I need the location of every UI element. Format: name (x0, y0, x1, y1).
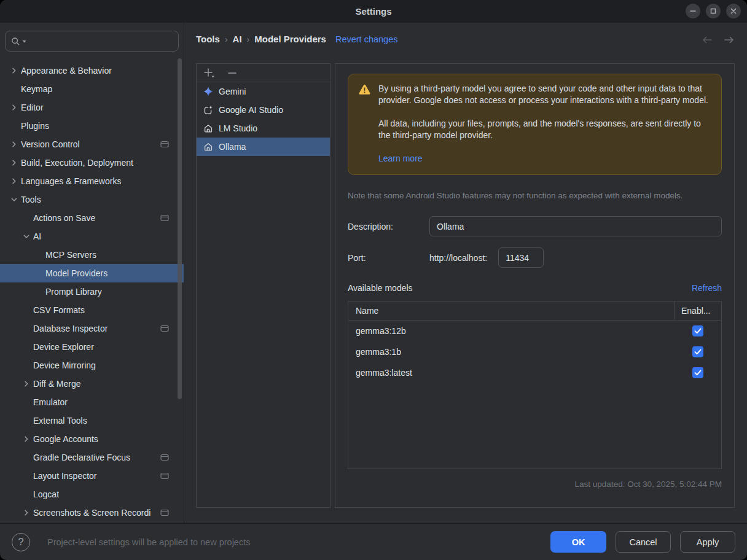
per-project-icon (160, 454, 169, 461)
add-provider-button[interactable] (203, 68, 216, 79)
chevron-right-icon[interactable] (7, 103, 21, 112)
sidebar-item-gradle-declarative-focus[interactable]: Gradle Declarative Focus (0, 448, 184, 467)
sidebar-item-label: Keymap (21, 84, 52, 94)
sidebar-item-ai[interactable]: AI (0, 227, 184, 246)
sidebar-item-mcp-servers[interactable]: MCP Servers (0, 246, 184, 264)
maximize-icon (710, 7, 717, 15)
sidebar-item-layout-inspector[interactable]: Layout Inspector (0, 467, 184, 485)
chevron-right-icon[interactable] (20, 434, 33, 444)
warning-paragraph-2: All data, including your files, prompts,… (378, 118, 711, 141)
settings-search-box[interactable] (5, 31, 179, 52)
provider-item-lm-studio[interactable]: LM Studio (197, 119, 330, 138)
settings-sidebar: Appearance & BehaviorKeymapEditorPlugins… (0, 23, 184, 523)
sidebar-item-label: Editor (21, 103, 44, 112)
port-label: Port: (348, 253, 429, 263)
chevron-right-icon[interactable] (7, 139, 21, 149)
sidebar-item-keymap[interactable]: Keymap (0, 80, 184, 98)
sidebar-item-languages-frameworks[interactable]: Languages & Frameworks (0, 172, 184, 190)
provider-item-gemini[interactable]: Gemini (197, 82, 330, 101)
sidebar-item-label: Database Inspector (33, 324, 108, 333)
maximize-button[interactable] (706, 4, 721, 18)
sidebar-item-build-execution-deployment[interactable]: Build, Execution, Deployment (0, 154, 184, 172)
gemini-icon (203, 87, 213, 96)
sidebar-item-appearance-behavior[interactable]: Appearance & Behavior (0, 61, 184, 80)
description-input[interactable] (429, 216, 722, 236)
sidebar-item-label: Screenshots & Screen Recordi (33, 508, 151, 518)
sidebar-item-editor[interactable]: Editor (0, 98, 184, 117)
breadcrumb-separator-icon: › (220, 34, 233, 44)
enabled-checkbox-checked[interactable] (692, 325, 703, 336)
column-header-name[interactable]: Name (348, 301, 675, 320)
sidebar-item-screenshots-screen-recordi[interactable]: Screenshots & Screen Recordi (0, 504, 184, 522)
sidebar-item-emulator[interactable]: Emulator (0, 393, 184, 411)
sidebar-scrollbar[interactable] (178, 58, 182, 399)
sidebar-item-label: Emulator (33, 397, 68, 407)
sidebar-item-version-control[interactable]: Version Control (0, 135, 184, 154)
settings-tree: Appearance & BehaviorKeymapEditorPlugins… (0, 61, 184, 523)
sidebar-item-label: Google Accounts (33, 434, 98, 444)
sidebar-item-diff-merge[interactable]: Diff & Merge (0, 375, 184, 393)
settings-window: Settings Appearance & BehaviorKeymapEdit… (0, 0, 747, 560)
sidebar-item-device-explorer[interactable]: Device Explorer (0, 338, 184, 356)
sidebar-item-device-mirroring[interactable]: Device Mirroring (0, 356, 184, 375)
column-header-enabled[interactable]: Enabl... (675, 301, 721, 320)
project-level-hint: Project-level settings will be applied t… (47, 537, 541, 547)
help-button[interactable]: ? (12, 533, 30, 551)
refresh-link[interactable]: Refresh (692, 283, 722, 293)
breadcrumb-ai[interactable]: AI (233, 34, 242, 44)
chevron-down-icon[interactable] (7, 195, 21, 204)
per-project-icon (160, 141, 169, 148)
sidebar-item-google-accounts[interactable]: Google Accounts (0, 430, 184, 448)
breadcrumb: Tools › AI › Model Providers Revert chan… (196, 34, 398, 44)
provider-item-ollama[interactable]: Ollama (197, 138, 330, 156)
sidebar-item-label: Prompt Library (45, 287, 102, 297)
external-models-note: Note that some Android Studio features m… (348, 191, 722, 200)
sidebar-item-label: Plugins (21, 121, 49, 131)
chevron-right-icon[interactable] (20, 508, 33, 518)
enabled-checkbox-checked[interactable] (692, 367, 703, 378)
provider-item-google-ai-studio[interactable]: Google AI Studio (197, 101, 330, 119)
search-input[interactable] (28, 36, 173, 46)
sidebar-item-prompt-library[interactable]: Prompt Library (0, 282, 184, 301)
remove-provider-button[interactable] (227, 68, 237, 78)
sidebar-item-csv-formats[interactable]: CSV Formats (0, 301, 184, 319)
forward-arrow-icon[interactable] (722, 35, 736, 45)
minimize-button[interactable] (686, 4, 700, 18)
models-table: Name Enabl... gemma3:12bgemma3:1bgemma3:… (348, 301, 722, 469)
chevron-down-icon[interactable] (20, 231, 33, 241)
sidebar-item-database-inspector[interactable]: Database Inspector (0, 319, 184, 338)
sidebar-item-tools[interactable]: Tools (0, 190, 184, 209)
sidebar-item-logcat[interactable]: Logcat (0, 485, 184, 504)
window-title: Settings (355, 6, 391, 17)
models-table-body: gemma3:12bgemma3:1bgemma3:latest (348, 321, 721, 383)
port-input[interactable] (498, 247, 544, 268)
close-button[interactable] (726, 4, 741, 18)
sidebar-item-label: Diff & Merge (33, 379, 81, 389)
revert-changes-link[interactable]: Revert changes (335, 34, 398, 44)
sidebar-item-actions-on-save[interactable]: Actions on Save (0, 209, 184, 227)
sidebar-item-external-tools[interactable]: External Tools (0, 411, 184, 430)
breadcrumb-tools[interactable]: Tools (196, 34, 220, 44)
chevron-right-icon[interactable] (20, 379, 33, 389)
breadcrumb-model-providers[interactable]: Model Providers (254, 34, 326, 44)
model-row-gemma3-1b[interactable]: gemma3:1b (348, 341, 721, 362)
cancel-button[interactable]: Cancel (616, 531, 671, 553)
third-party-warning: By using a third-party model you agree t… (348, 74, 722, 175)
back-arrow-icon[interactable] (700, 35, 714, 45)
chevron-right-icon[interactable] (7, 66, 21, 76)
sidebar-item-plugins[interactable]: Plugins (0, 117, 184, 135)
chevron-right-icon[interactable] (7, 158, 21, 168)
sidebar-item-model-providers[interactable]: Model Providers (0, 264, 184, 282)
learn-more-link[interactable]: Learn more (378, 153, 423, 165)
model-row-gemma3-latest[interactable]: gemma3:latest (348, 362, 721, 383)
model-enabled-cell (675, 325, 721, 336)
enabled-checkbox-checked[interactable] (692, 346, 703, 357)
sidebar-item-label: Device Explorer (33, 342, 94, 352)
ok-button[interactable]: OK (550, 531, 606, 553)
dialog-footer: ? Project-level settings will be applied… (0, 523, 747, 560)
apply-button[interactable]: Apply (680, 531, 735, 553)
chevron-right-icon[interactable] (7, 176, 21, 186)
model-row-gemma3-12b[interactable]: gemma3:12b (348, 321, 721, 341)
providers-toolbar (197, 64, 330, 82)
provider-label: LM Studio (219, 123, 257, 133)
